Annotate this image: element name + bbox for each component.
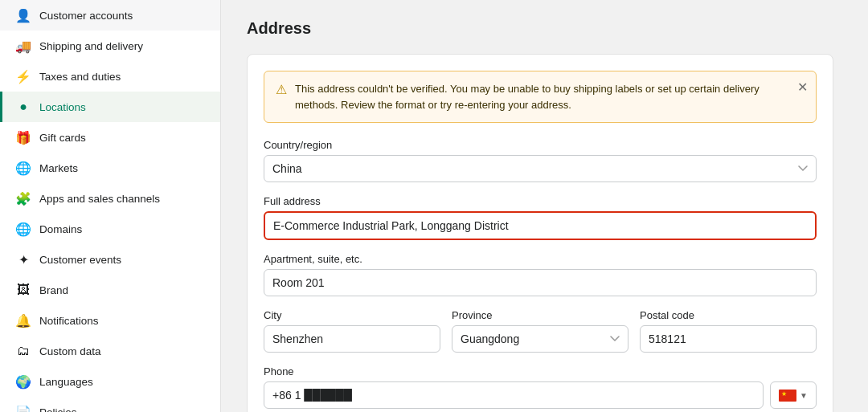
city-input[interactable]	[264, 325, 440, 353]
sidebar-item-taxes-duties[interactable]: ⚡Taxes and duties	[0, 61, 220, 92]
languages-icon: 🌍	[15, 373, 31, 390]
province-label: Province	[452, 309, 628, 321]
domains-icon: 🌐	[15, 221, 31, 237]
sidebar-item-shipping-delivery[interactable]: 🚚Shipping and delivery	[0, 31, 220, 61]
shipping-delivery-icon: 🚚	[15, 38, 31, 54]
sidebar: 👤Customer accounts🚚Shipping and delivery…	[0, 0, 221, 412]
country-select[interactable]: China	[264, 155, 817, 182]
china-flag-icon	[779, 390, 796, 402]
sidebar-item-gift-cards[interactable]: 🎁Gift cards	[0, 122, 220, 153]
sidebar-item-custom-data[interactable]: 🗂Custom data	[0, 336, 220, 366]
sidebar-label-taxes-duties: Taxes and duties	[39, 71, 121, 83]
customer-events-icon: ✦	[15, 251, 31, 267]
sidebar-item-locations[interactable]: ●Locations	[0, 92, 220, 122]
address-card: ⚠ This address couldn't be verified. You…	[247, 54, 833, 412]
full-address-label: Full address	[264, 195, 817, 207]
full-address-input[interactable]	[264, 211, 817, 240]
dropdown-chevron-icon: ▼	[800, 391, 808, 400]
brand-icon: 🖼	[15, 282, 31, 298]
city-field-group: City	[264, 309, 440, 353]
page-title: Address	[247, 19, 842, 38]
full-address-field-group: Full address	[264, 195, 817, 240]
province-select[interactable]: Guangdong	[452, 325, 628, 353]
city-label: City	[264, 309, 440, 321]
sidebar-item-brand[interactable]: 🖼Brand	[0, 275, 220, 305]
phone-field-group: Phone ▼	[264, 365, 817, 409]
country-field-group: Country/region China	[264, 139, 817, 182]
sidebar-label-policies: Policies	[39, 406, 77, 413]
gift-cards-icon: 🎁	[15, 129, 31, 145]
sidebar-label-locations: Locations	[39, 101, 86, 113]
country-label: Country/region	[264, 139, 817, 151]
taxes-duties-icon: ⚡	[15, 68, 31, 84]
notifications-icon: 🔔	[15, 312, 31, 328]
postal-label: Postal code	[640, 309, 817, 321]
sidebar-label-custom-data: Custom data	[39, 345, 101, 357]
phone-input[interactable]	[264, 381, 764, 409]
apartment-label: Apartment, suite, etc.	[264, 253, 817, 265]
apps-sales-icon: 🧩	[15, 190, 31, 206]
apartment-field-group: Apartment, suite, etc.	[264, 253, 817, 296]
sidebar-label-shipping-delivery: Shipping and delivery	[39, 40, 143, 52]
sidebar-item-markets[interactable]: 🌐Markets	[0, 153, 220, 183]
warning-banner: ⚠ This address couldn't be verified. You…	[264, 71, 817, 123]
custom-data-icon: 🗂	[15, 343, 31, 359]
sidebar-item-languages[interactable]: 🌍Languages	[0, 366, 220, 397]
customer-accounts-icon: 👤	[15, 7, 31, 23]
postal-field-group: Postal code	[640, 309, 817, 353]
sidebar-item-apps-sales[interactable]: 🧩Apps and sales channels	[0, 183, 220, 214]
province-field-group: Province Guangdong	[452, 309, 628, 353]
markets-icon: 🌐	[15, 160, 31, 176]
phone-label: Phone	[264, 365, 817, 377]
sidebar-label-languages: Languages	[39, 376, 93, 388]
locations-icon: ●	[15, 99, 31, 115]
apartment-input[interactable]	[264, 269, 817, 296]
sidebar-label-markets: Markets	[39, 162, 78, 174]
sidebar-item-domains[interactable]: 🌐Domains	[0, 214, 220, 244]
warning-text: This address couldn't be verified. You m…	[295, 81, 805, 112]
phone-flag-button[interactable]: ▼	[770, 381, 817, 409]
sidebar-item-customer-events[interactable]: ✦Customer events	[0, 244, 220, 275]
sidebar-label-customer-accounts: Customer accounts	[39, 10, 133, 22]
sidebar-item-policies[interactable]: 📄Policies	[0, 397, 220, 412]
postal-input[interactable]	[640, 325, 817, 353]
warning-icon: ⚠	[276, 82, 287, 97]
warning-close-button[interactable]: ✕	[797, 80, 808, 95]
sidebar-item-notifications[interactable]: 🔔Notifications	[0, 305, 220, 336]
sidebar-label-domains: Domains	[39, 223, 82, 235]
sidebar-item-customer-accounts[interactable]: 👤Customer accounts	[0, 0, 220, 31]
sidebar-label-notifications: Notifications	[39, 315, 99, 327]
main-content: Address ⚠ This address couldn't be verif…	[221, 0, 868, 412]
policies-icon: 📄	[15, 404, 31, 412]
sidebar-label-customer-events: Customer events	[39, 254, 121, 266]
sidebar-label-gift-cards: Gift cards	[39, 132, 86, 144]
sidebar-label-apps-sales: Apps and sales channels	[39, 193, 160, 205]
phone-wrapper: ▼	[264, 381, 817, 409]
city-province-postal-row: City Province Guangdong Postal code	[264, 309, 817, 365]
sidebar-label-brand: Brand	[39, 284, 68, 296]
